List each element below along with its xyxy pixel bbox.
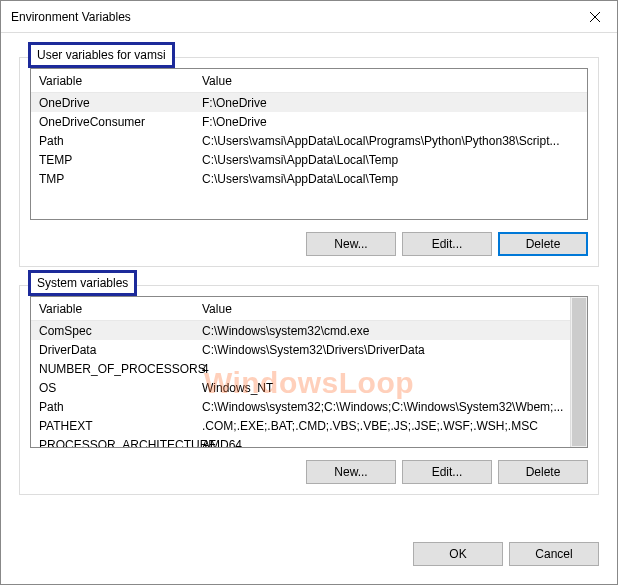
variable-name: OneDrive bbox=[31, 96, 196, 110]
system-delete-button[interactable]: Delete bbox=[498, 460, 588, 484]
list-header: Variable Value bbox=[31, 69, 587, 93]
variable-value: F:\OneDrive bbox=[196, 115, 587, 129]
system-buttons-row: New... Edit... Delete bbox=[30, 460, 588, 484]
system-new-button[interactable]: New... bbox=[306, 460, 396, 484]
system-variables-list[interactable]: Variable Value ComSpecC:\Windows\system3… bbox=[30, 296, 588, 448]
cancel-button[interactable]: Cancel bbox=[509, 542, 599, 566]
variable-value: AMD64 bbox=[196, 438, 570, 448]
user-variables-legend: User variables for vamsi bbox=[28, 42, 175, 68]
table-row[interactable]: TMPC:\Users\vamsi\AppData\Local\Temp bbox=[31, 169, 587, 188]
variable-name: DriverData bbox=[31, 343, 196, 357]
variable-value: C:\Windows\system32\cmd.exe bbox=[196, 324, 570, 338]
variable-name: TMP bbox=[31, 172, 196, 186]
variable-name: OneDriveConsumer bbox=[31, 115, 196, 129]
table-row[interactable]: PROCESSOR_ARCHITECTUREAMD64 bbox=[31, 435, 570, 447]
table-row[interactable]: OSWindows_NT bbox=[31, 378, 570, 397]
scrollbar[interactable] bbox=[570, 297, 587, 447]
variable-value: C:\Users\vamsi\AppData\Local\Programs\Py… bbox=[196, 134, 587, 148]
variable-value: F:\OneDrive bbox=[196, 96, 587, 110]
table-row[interactable]: OneDriveF:\OneDrive bbox=[31, 93, 587, 112]
user-delete-button[interactable]: Delete bbox=[498, 232, 588, 256]
ok-button[interactable]: OK bbox=[413, 542, 503, 566]
table-row[interactable]: ComSpecC:\Windows\system32\cmd.exe bbox=[31, 321, 570, 340]
column-header-variable[interactable]: Variable bbox=[31, 302, 196, 316]
window-title: Environment Variables bbox=[11, 10, 572, 24]
titlebar: Environment Variables bbox=[1, 1, 617, 33]
close-button[interactable] bbox=[572, 1, 617, 33]
table-row[interactable]: TEMPC:\Users\vamsi\AppData\Local\Temp bbox=[31, 150, 587, 169]
variable-value: 4 bbox=[196, 362, 570, 376]
column-header-variable[interactable]: Variable bbox=[31, 74, 196, 88]
table-row[interactable]: NUMBER_OF_PROCESSORS4 bbox=[31, 359, 570, 378]
variable-name: PATHEXT bbox=[31, 419, 196, 433]
column-header-value[interactable]: Value bbox=[196, 74, 587, 88]
close-icon bbox=[590, 12, 600, 22]
column-header-value[interactable]: Value bbox=[196, 302, 570, 316]
table-row[interactable]: PathC:\Windows\system32;C:\Windows;C:\Wi… bbox=[31, 397, 570, 416]
system-variables-group: System variables Variable Value ComSpecC… bbox=[19, 285, 599, 495]
variable-name: ComSpec bbox=[31, 324, 196, 338]
variable-name: NUMBER_OF_PROCESSORS bbox=[31, 362, 196, 376]
variable-value: .COM;.EXE;.BAT;.CMD;.VBS;.VBE;.JS;.JSE;.… bbox=[196, 419, 570, 433]
variable-name: OS bbox=[31, 381, 196, 395]
user-edit-button[interactable]: Edit... bbox=[402, 232, 492, 256]
variable-name: PROCESSOR_ARCHITECTURE bbox=[31, 438, 196, 448]
variable-name: Path bbox=[31, 400, 196, 414]
table-row[interactable]: DriverDataC:\Windows\System32\Drivers\Dr… bbox=[31, 340, 570, 359]
user-new-button[interactable]: New... bbox=[306, 232, 396, 256]
system-edit-button[interactable]: Edit... bbox=[402, 460, 492, 484]
variable-value: C:\Windows\system32;C:\Windows;C:\Window… bbox=[196, 400, 570, 414]
table-row[interactable]: PathC:\Users\vamsi\AppData\Local\Program… bbox=[31, 131, 587, 150]
dialog-body: User variables for vamsi Variable Value … bbox=[1, 33, 617, 530]
system-variables-legend: System variables bbox=[28, 270, 137, 296]
variable-value: Windows_NT bbox=[196, 381, 570, 395]
user-buttons-row: New... Edit... Delete bbox=[30, 232, 588, 256]
variable-name: TEMP bbox=[31, 153, 196, 167]
dialog-footer: OK Cancel bbox=[1, 530, 617, 584]
user-variables-group: User variables for vamsi Variable Value … bbox=[19, 57, 599, 267]
table-row[interactable]: PATHEXT.COM;.EXE;.BAT;.CMD;.VBS;.VBE;.JS… bbox=[31, 416, 570, 435]
environment-variables-dialog: Environment Variables User variables for… bbox=[0, 0, 618, 585]
variable-name: Path bbox=[31, 134, 196, 148]
variable-value: C:\Windows\System32\Drivers\DriverData bbox=[196, 343, 570, 357]
scrollbar-thumb[interactable] bbox=[572, 298, 586, 446]
variable-value: C:\Users\vamsi\AppData\Local\Temp bbox=[196, 172, 587, 186]
variable-value: C:\Users\vamsi\AppData\Local\Temp bbox=[196, 153, 587, 167]
user-variables-list[interactable]: Variable Value OneDriveF:\OneDriveOneDri… bbox=[30, 68, 588, 220]
list-header: Variable Value bbox=[31, 297, 570, 321]
table-row[interactable]: OneDriveConsumerF:\OneDrive bbox=[31, 112, 587, 131]
